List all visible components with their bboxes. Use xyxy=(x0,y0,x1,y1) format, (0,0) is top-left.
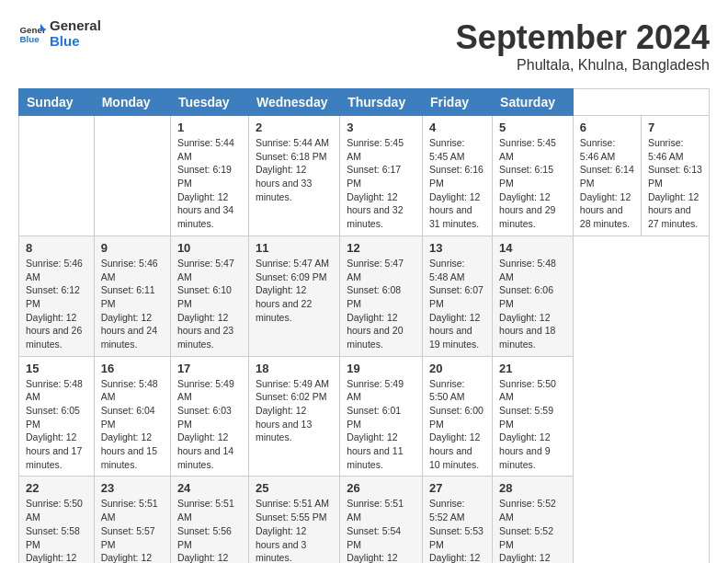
day-cell-25: 25Sunrise: 5:51 AMSunset: 5:55 PMDayligh… xyxy=(248,477,339,563)
day-info: Sunrise: 5:46 AMSunset: 6:12 PMDaylight:… xyxy=(26,257,87,351)
day-cell-26: 26Sunrise: 5:51 AMSunset: 5:54 PMDayligh… xyxy=(340,477,423,563)
day-number: 27 xyxy=(429,481,485,495)
day-number: 8 xyxy=(26,241,87,255)
day-info: Sunrise: 5:48 AMSunset: 6:07 PMDaylight:… xyxy=(429,257,485,351)
day-number: 6 xyxy=(580,121,634,134)
day-cell-21: 21Sunrise: 5:50 AMSunset: 5:59 PMDayligh… xyxy=(493,356,574,477)
day-info: Sunrise: 5:50 AMSunset: 5:59 PMDaylight:… xyxy=(499,377,566,472)
day-number: 10 xyxy=(177,241,242,255)
day-cell-16: 16Sunrise: 5:48 AMSunset: 6:04 PMDayligh… xyxy=(94,356,170,477)
day-info: Sunrise: 5:45 AMSunset: 6:15 PMDaylight:… xyxy=(499,136,566,231)
day-number: 1 xyxy=(177,121,242,134)
day-cell-20: 20Sunrise: 5:50 AMSunset: 6:00 PMDayligh… xyxy=(422,356,492,477)
day-cell-1: 1Sunrise: 5:44 AMSunset: 6:19 PMDaylight… xyxy=(170,116,248,236)
day-info: Sunrise: 5:49 AMSunset: 6:03 PMDaylight:… xyxy=(177,377,242,472)
day-number: 23 xyxy=(101,481,164,495)
day-info: Sunrise: 5:51 AMSunset: 5:57 PMDaylight:… xyxy=(101,497,164,563)
location-title: Phultala, Khulna, Bangladesh xyxy=(456,57,710,74)
day-number: 20 xyxy=(429,362,485,375)
day-info: Sunrise: 5:50 AMSunset: 5:58 PMDaylight:… xyxy=(26,497,87,563)
logo-general: General xyxy=(50,18,101,34)
day-cell-8: 8Sunrise: 5:46 AMSunset: 6:12 PMDaylight… xyxy=(19,236,95,356)
day-cell-2: 2Sunrise: 5:44 AMSunset: 6:18 PMDaylight… xyxy=(248,116,339,236)
day-info: Sunrise: 5:45 AMSunset: 6:17 PMDaylight:… xyxy=(347,136,415,231)
weekday-header-thursday: Thursday xyxy=(340,89,423,116)
day-number: 3 xyxy=(347,121,415,134)
day-number: 16 xyxy=(101,362,164,375)
day-number: 2 xyxy=(256,121,333,134)
day-number: 24 xyxy=(177,481,242,495)
weekday-header-tuesday: Tuesday xyxy=(170,89,248,116)
day-info: Sunrise: 5:47 AMSunset: 6:10 PMDaylight:… xyxy=(177,257,242,351)
day-number: 17 xyxy=(177,362,242,375)
weekday-header-sunday: Sunday xyxy=(19,89,95,116)
day-cell-14: 14Sunrise: 5:48 AMSunset: 6:06 PMDayligh… xyxy=(493,236,574,356)
title-area: September 2024 Phultala, Khulna, Banglad… xyxy=(456,18,710,74)
day-cell-19: 19Sunrise: 5:49 AMSunset: 6:01 PMDayligh… xyxy=(340,356,423,477)
weekday-header-wednesday: Wednesday xyxy=(248,89,339,116)
day-cell-9: 9Sunrise: 5:46 AMSunset: 6:11 PMDaylight… xyxy=(94,236,170,356)
weekday-header-friday: Friday xyxy=(422,89,492,116)
day-number: 13 xyxy=(429,241,485,255)
day-info: Sunrise: 5:46 AMSunset: 6:14 PMDaylight:… xyxy=(580,136,634,231)
day-cell-10: 10Sunrise: 5:47 AMSunset: 6:10 PMDayligh… xyxy=(170,236,248,356)
day-info: Sunrise: 5:47 AMSunset: 6:09 PMDaylight:… xyxy=(256,257,333,324)
day-cell-13: 13Sunrise: 5:48 AMSunset: 6:07 PMDayligh… xyxy=(422,236,492,356)
day-number: 28 xyxy=(499,481,566,495)
day-number: 12 xyxy=(347,241,415,255)
day-info: Sunrise: 5:46 AMSunset: 6:13 PMDaylight:… xyxy=(648,136,702,231)
day-info: Sunrise: 5:46 AMSunset: 6:11 PMDaylight:… xyxy=(101,257,164,351)
empty-cell xyxy=(19,116,95,236)
day-cell-15: 15Sunrise: 5:48 AMSunset: 6:05 PMDayligh… xyxy=(19,356,95,477)
day-info: Sunrise: 5:48 AMSunset: 6:04 PMDaylight:… xyxy=(101,377,164,472)
day-number: 14 xyxy=(499,241,566,255)
day-info: Sunrise: 5:50 AMSunset: 6:00 PMDaylight:… xyxy=(429,377,485,472)
day-cell-24: 24Sunrise: 5:51 AMSunset: 5:56 PMDayligh… xyxy=(170,477,248,563)
day-cell-4: 4Sunrise: 5:45 AMSunset: 6:16 PMDaylight… xyxy=(422,116,492,236)
calendar-table: SundayMondayTuesdayWednesdayThursdayFrid… xyxy=(18,88,710,563)
day-number: 19 xyxy=(347,362,415,375)
day-info: Sunrise: 5:51 AMSunset: 5:54 PMDaylight:… xyxy=(347,497,415,563)
day-number: 22 xyxy=(26,481,87,495)
month-title: September 2024 xyxy=(456,18,710,57)
day-number: 26 xyxy=(347,481,415,495)
day-number: 21 xyxy=(499,362,566,375)
week-row-3: 15Sunrise: 5:48 AMSunset: 6:05 PMDayligh… xyxy=(19,356,710,477)
weekday-header-monday: Monday xyxy=(94,89,170,116)
day-cell-3: 3Sunrise: 5:45 AMSunset: 6:17 PMDaylight… xyxy=(340,116,423,236)
day-info: Sunrise: 5:48 AMSunset: 6:06 PMDaylight:… xyxy=(499,257,566,351)
day-cell-28: 28Sunrise: 5:52 AMSunset: 5:52 PMDayligh… xyxy=(493,477,574,563)
header: General Blue General Blue September 2024… xyxy=(18,18,710,74)
day-number: 15 xyxy=(26,362,87,375)
day-info: Sunrise: 5:49 AMSunset: 6:01 PMDaylight:… xyxy=(347,377,415,472)
week-row-4: 22Sunrise: 5:50 AMSunset: 5:58 PMDayligh… xyxy=(19,477,710,563)
day-cell-22: 22Sunrise: 5:50 AMSunset: 5:58 PMDayligh… xyxy=(19,477,95,563)
week-row-1: 1Sunrise: 5:44 AMSunset: 6:19 PMDaylight… xyxy=(19,116,710,236)
day-number: 5 xyxy=(499,121,566,134)
day-info: Sunrise: 5:44 AMSunset: 6:19 PMDaylight:… xyxy=(177,136,242,231)
svg-text:Blue: Blue xyxy=(20,34,40,44)
day-number: 18 xyxy=(256,362,333,375)
day-info: Sunrise: 5:52 AMSunset: 5:53 PMDaylight:… xyxy=(429,497,485,563)
day-cell-27: 27Sunrise: 5:52 AMSunset: 5:53 PMDayligh… xyxy=(422,477,492,563)
day-number: 9 xyxy=(101,241,164,255)
day-info: Sunrise: 5:51 AMSunset: 5:56 PMDaylight:… xyxy=(177,497,242,563)
day-number: 7 xyxy=(648,121,702,134)
day-number: 11 xyxy=(256,241,333,255)
weekday-header-saturday: Saturday xyxy=(493,89,574,116)
day-cell-6: 6Sunrise: 5:46 AMSunset: 6:14 PMDaylight… xyxy=(573,116,641,236)
day-cell-5: 5Sunrise: 5:45 AMSunset: 6:15 PMDaylight… xyxy=(493,116,574,236)
logo: General Blue General Blue xyxy=(18,18,101,49)
weekday-header-row: SundayMondayTuesdayWednesdayThursdayFrid… xyxy=(19,89,710,116)
day-info: Sunrise: 5:52 AMSunset: 5:52 PMDaylight:… xyxy=(499,497,566,563)
day-cell-17: 17Sunrise: 5:49 AMSunset: 6:03 PMDayligh… xyxy=(170,356,248,477)
day-number: 4 xyxy=(429,121,485,134)
day-info: Sunrise: 5:49 AMSunset: 6:02 PMDaylight:… xyxy=(256,377,333,444)
day-cell-11: 11Sunrise: 5:47 AMSunset: 6:09 PMDayligh… xyxy=(248,236,339,356)
day-info: Sunrise: 5:51 AMSunset: 5:55 PMDaylight:… xyxy=(256,497,333,563)
logo-blue: Blue xyxy=(50,34,101,50)
day-info: Sunrise: 5:48 AMSunset: 6:05 PMDaylight:… xyxy=(26,377,87,472)
day-info: Sunrise: 5:45 AMSunset: 6:16 PMDaylight:… xyxy=(429,136,485,231)
day-cell-18: 18Sunrise: 5:49 AMSunset: 6:02 PMDayligh… xyxy=(248,356,339,477)
week-row-2: 8Sunrise: 5:46 AMSunset: 6:12 PMDaylight… xyxy=(19,236,710,356)
